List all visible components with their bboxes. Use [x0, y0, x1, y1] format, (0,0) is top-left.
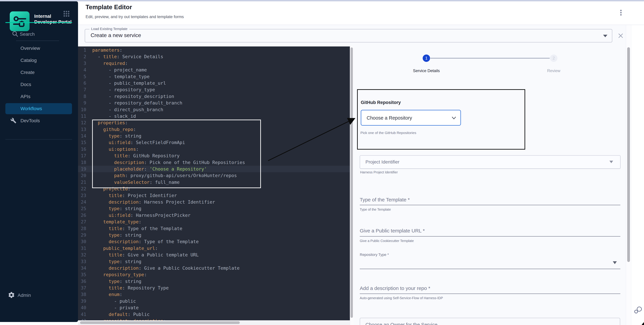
editor-horizontal-scrollbar-thumb[interactable]	[80, 321, 240, 324]
line-number: 5	[78, 73, 92, 80]
public-template-url-field-label[interactable]: Give a Public template URL *	[360, 228, 425, 234]
code-line[interactable]: 23 title: Project Identifier	[78, 192, 350, 199]
sidebar-item-label: Overview	[20, 46, 40, 51]
code-line[interactable]: 30 description: Type of the Template	[78, 238, 350, 245]
code-line[interactable]: 31 public_template_url:	[78, 245, 350, 252]
sidebar-item-admin[interactable]: Admin	[0, 145, 78, 157]
code-line[interactable]: 40 - private	[78, 304, 350, 311]
code-text: description: Harness Project Identifier	[92, 199, 215, 205]
line-number: 39	[78, 298, 92, 304]
sidebar-item-catalog[interactable]: Catalog	[0, 54, 78, 66]
line-number: 30	[78, 238, 92, 245]
sidebar-item-devtools[interactable]: DevTools	[0, 115, 78, 127]
public-template-url-underline	[360, 236, 620, 237]
line-number: 41	[78, 311, 92, 318]
code-line[interactable]: 27 template_type:	[78, 219, 350, 225]
code-line[interactable]: 11 - slack_id	[78, 113, 350, 119]
code-line[interactable]: 36 type: string	[78, 278, 350, 285]
sidebar-item-apis[interactable]: APIs	[0, 91, 78, 103]
code-text: description: Give a Public Cookiecutter …	[92, 265, 240, 271]
sidebar-nav: OverviewCatalogCreateDocsAPIsWorkflowsDe…	[0, 42, 78, 127]
code-line[interactable]: 39 - public	[78, 298, 350, 304]
code-line[interactable]: 32 title: Give a Public template URL	[78, 252, 350, 258]
code-line[interactable]: 37 title: Repository Type	[78, 285, 350, 291]
code-line[interactable]: 24 description: Harness Project Identifi…	[78, 199, 350, 205]
sidebar-item-overview[interactable]: Overview	[0, 42, 78, 54]
sidebar-item-label: APIs	[20, 94, 30, 99]
code-line[interactable]: 2 - title: Service Details	[78, 53, 350, 60]
code-line[interactable]: 9 - repository_default_branch	[78, 100, 350, 106]
line-number: 28	[78, 225, 92, 232]
sidebar-item-help[interactable]: ? Help	[0, 292, 78, 302]
repository-type-label: Repository Type *	[360, 253, 389, 257]
code-text: - public	[92, 298, 136, 304]
code-line[interactable]: 7 - repository_type	[78, 86, 350, 93]
page-vertical-scrollbar-thumb[interactable]	[627, 47, 630, 262]
service-owner-select[interactable]: Choose an Owner for the Service	[360, 318, 620, 325]
template-type-field-label[interactable]: Type of the Template *	[360, 197, 410, 203]
editor-vertical-scrollbar-thumb[interactable]	[350, 47, 353, 318]
search-input[interactable]: Search	[10, 30, 69, 39]
code-line[interactable]: 4 - project_name	[78, 67, 350, 73]
sidebar: Internal Developer Portal Search Overvie…	[0, 1, 78, 322]
page-title: Template Editor	[86, 4, 132, 11]
code-line[interactable]: 25 type: string	[78, 205, 350, 212]
sidebar-item-label: DevTools	[20, 118, 40, 123]
chat-bubbles-icon[interactable]	[634, 306, 643, 314]
sidebar-item-create[interactable]: Create	[0, 66, 78, 78]
project-identifier-select[interactable]: Project Identifier	[360, 155, 620, 169]
code-line[interactable]: 8 - repositoty_description	[78, 93, 350, 100]
step-2-indicator[interactable]: 2	[550, 54, 558, 62]
line-number: 21	[78, 179, 92, 185]
code-text: - template_type	[92, 73, 150, 80]
line-number: 25	[78, 205, 92, 212]
code-line[interactable]: 28 title: Type of the Template	[78, 225, 350, 232]
harness-idp-logo[interactable]	[10, 11, 30, 31]
code-line[interactable]: 5 - template_type	[78, 73, 350, 80]
repo-description-field-label[interactable]: Add a description to your repo *	[360, 286, 430, 291]
sidebar-item-label: Create	[20, 70, 34, 75]
line-number: 34	[78, 265, 92, 271]
code-line[interactable]: 34 description: Give a Public Cookiecutt…	[78, 265, 350, 271]
code-text: - project_name	[92, 67, 147, 73]
project-identifier-helper: Harness Project Identifier	[360, 170, 398, 174]
corner-widget[interactable]	[640, 319, 644, 325]
select-caret-icon	[610, 161, 613, 163]
repository-type-underline[interactable]	[360, 269, 620, 269]
sidebar-divider	[5, 139, 72, 140]
sidebar-item-label: Workflows	[20, 106, 42, 111]
code-text: parameters:	[92, 47, 122, 53]
line-number: 3	[78, 60, 92, 67]
code-text: description: Type of the Template	[92, 238, 199, 245]
load-template-select[interactable]	[85, 29, 612, 42]
code-line[interactable]: 35 repository_type:	[78, 271, 350, 278]
template-type-underline	[360, 205, 620, 205]
step-1-indicator[interactable]: 1	[423, 54, 430, 62]
sidebar-item-workflows[interactable]: Workflows	[5, 103, 72, 114]
line-number: 8	[78, 93, 92, 100]
step-1-label: Service Details	[400, 68, 453, 73]
code-line[interactable]: 10 - direct_push_branch	[78, 106, 350, 113]
sidebar-item-docs[interactable]: Docs	[0, 78, 78, 91]
code-line[interactable]: 6 - public_template_url	[78, 80, 350, 86]
select-caret-icon[interactable]	[613, 261, 617, 264]
code-text: type: string	[92, 258, 142, 265]
code-line[interactable]: 29 type: string	[78, 232, 350, 238]
code-line[interactable]: 41 default: Public	[78, 311, 350, 318]
code-line[interactable]: 26 ui:field: HarnessProjectPicker	[78, 212, 350, 219]
code-text: - repositoty_description	[92, 93, 174, 100]
code-line[interactable]: 1parameters:	[78, 47, 350, 53]
code-line[interactable]: 33 type: string	[78, 258, 350, 265]
sidebar-user[interactable]: HM Himanshu Mishra	[0, 311, 78, 320]
kebab-menu-icon[interactable]	[619, 9, 623, 16]
line-number: 12	[78, 119, 92, 126]
code-annotation-box	[92, 120, 261, 188]
sidebar-item-label: Docs	[20, 82, 31, 87]
clear-icon[interactable]	[618, 32, 624, 39]
page-header	[78, 1, 644, 25]
page-subtitle: Edit, preview, and try out templates and…	[86, 14, 184, 19]
apps-grid-icon[interactable]	[63, 10, 70, 17]
dropdown-caret-icon[interactable]	[603, 35, 608, 37]
code-line[interactable]: 3 required:	[78, 60, 350, 67]
code-line[interactable]: 38 enum:	[78, 291, 350, 298]
